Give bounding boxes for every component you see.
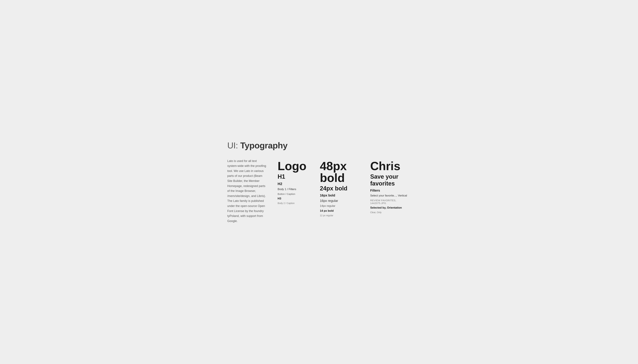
- type-16bold-label: 16px bold: [320, 194, 360, 197]
- type-button-label: Button / Caption: [277, 192, 310, 195]
- type-scale-examples-column: Chris Save your favorites Filters Select…: [370, 158, 411, 215]
- type-chris-example: Chris: [370, 160, 411, 172]
- type-save-example: Save your favorites: [370, 173, 411, 187]
- type-h2-label: H2: [277, 182, 310, 186]
- page-title-main: Typography: [240, 141, 287, 150]
- type-12reg-label: 12 px regular: [320, 214, 360, 217]
- type-selected-example: Selected by, Orientation: [370, 206, 411, 210]
- type-h3-label: H3: [277, 197, 310, 200]
- page-container: UI: Typography Lato is used for all text…: [204, 128, 434, 237]
- type-filters-example: Filters: [370, 189, 411, 192]
- type-scale-labels-column: Logo H1 H2 Body 1 / Filters Button / Cap…: [277, 158, 310, 206]
- description-column: Lato is used for all text system-wide wi…: [227, 158, 268, 224]
- type-14reg-label: 14px regular: [320, 204, 360, 208]
- type-review-example: REVIEW FAVORITES, 1442075.JPG: [370, 199, 411, 204]
- type-select-example: Select your favorite..., Vertical: [370, 194, 411, 197]
- type-48bold-label: 48px bold: [320, 160, 360, 184]
- type-14bold-label: 14 px bold: [320, 209, 360, 212]
- content-grid: Lato is used for all text system-wide wi…: [227, 158, 411, 224]
- page-title: UI: Typography: [227, 140, 411, 150]
- type-scale-sizes-column: 48px bold 24px bold 16px bold 16px regul…: [320, 158, 360, 218]
- description-text: Lato is used for all text system-wide wi…: [227, 158, 268, 224]
- type-clear-example: Clear, Only: [370, 211, 411, 214]
- type-16reg-label: 16px regular: [320, 199, 360, 203]
- type-body2-label: Body 2 / Caption: [277, 202, 310, 204]
- type-logo-label: Logo: [277, 160, 310, 172]
- type-body1-label: Body 1 / Filters: [277, 188, 310, 191]
- page-title-prefix: UI:: [227, 141, 238, 150]
- type-h1-label: H1: [277, 173, 310, 180]
- type-24bold-label: 24px bold: [320, 185, 360, 192]
